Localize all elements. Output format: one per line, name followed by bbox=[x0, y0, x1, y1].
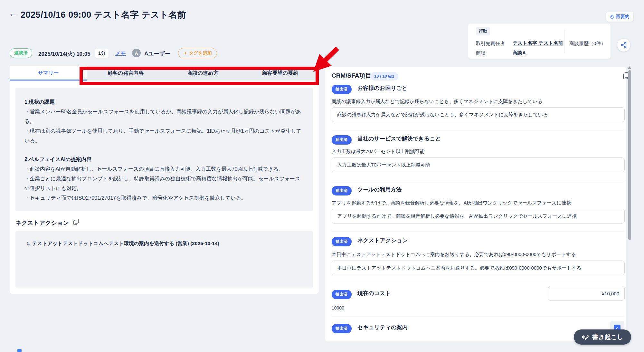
deal-link[interactable]: 商談A bbox=[513, 50, 526, 56]
crm-field-label: ネクストアクション bbox=[357, 237, 408, 243]
field-divider bbox=[332, 232, 625, 232]
duration-badge: 1分 bbox=[95, 49, 109, 58]
crm-field-description: 商談の議事録入力が属人などで記録が残らないことも、多くマネジメントに支障をきたし… bbox=[332, 99, 543, 105]
summary-bullet: ・商談内容をAIが自動解析し、セールスフォースの項目に直接入力可能。入力工数を最… bbox=[24, 164, 304, 174]
tab-customer-request-summary[interactable]: 顧客要望の要約 bbox=[242, 66, 319, 81]
back-arrow-icon[interactable]: ← bbox=[8, 8, 17, 19]
share-button[interactable] bbox=[617, 39, 630, 52]
share-icon bbox=[620, 42, 627, 48]
extracted-badge: 抽出済 bbox=[332, 186, 352, 195]
resummarize-label: 再要約 bbox=[616, 14, 630, 20]
next-action-card: 1. テストアットテストドットコムへテスト環境の案内を送付する (営業) (20… bbox=[15, 231, 313, 288]
contact-owner-label: 取引先責任者 bbox=[476, 41, 505, 47]
crm-field-label: お客様のお困りごと bbox=[357, 85, 407, 91]
crm-field-label: 当社のサービスで解決できること bbox=[357, 136, 441, 142]
crm-field-label: セキュリティの案内 bbox=[357, 324, 408, 330]
record-type-tag: 行動 bbox=[476, 27, 490, 35]
crm-cost-input[interactable] bbox=[548, 286, 625, 301]
deal-history-label[interactable]: 商談履歴（0件） bbox=[569, 41, 606, 47]
crm-field-label: ツールの利用方法 bbox=[357, 186, 402, 193]
crm-field-label: 現在のコスト bbox=[357, 290, 391, 296]
copy-icon[interactable] bbox=[73, 219, 78, 224]
crm-field-count: 10 / 10 bbox=[374, 74, 387, 79]
page-title: 2025/10/16 09:00 テスト名字 テスト名前 bbox=[21, 9, 186, 21]
summary-bullet: ・企業ごとに最適な抽出プロンプトを設計し、特許取得済みの独自技術で高精度な情報抽… bbox=[24, 174, 304, 193]
transcribe-label: 書き起こし bbox=[592, 333, 623, 341]
summary-section-heading: 2.ベルフェイスAIの提案内容 bbox=[24, 155, 304, 164]
crm-field-count-badge: 10 / 10項目 bbox=[370, 72, 398, 81]
user-name: Aユーザー bbox=[144, 50, 170, 57]
transcribe-button[interactable]: 書き起こし bbox=[574, 329, 631, 345]
field-divider bbox=[332, 130, 625, 130]
crm-field-input[interactable] bbox=[332, 209, 625, 224]
extracted-badge: 抽出済 bbox=[332, 85, 352, 94]
add-tag-button[interactable]: ＋ タグを追加 bbox=[178, 48, 217, 58]
user-avatar: A bbox=[132, 49, 141, 57]
tab-bar: サマリー 顧客の発言内容 商談の進め方 顧客要望の要約 bbox=[10, 66, 319, 81]
partial-widget bbox=[17, 349, 22, 352]
crm-field-description: 入力工数は最大70パーセント以上削減可能 bbox=[332, 148, 424, 155]
crm-field-count-unit: 項目 bbox=[388, 75, 394, 78]
contact-owner-link[interactable]: テスト名字 テスト名前 bbox=[513, 40, 563, 46]
summary-bullet: ・営業メンバー50名全員がセールスフォースを使用しているが、商談議事録の入力が属… bbox=[24, 107, 304, 126]
next-action-heading: ネクストアクション bbox=[15, 219, 69, 227]
next-action-item: 1. テストアットテストドットコムへテスト環境の案内を送付する (営業) (20… bbox=[26, 240, 302, 247]
tab-summary[interactable]: サマリー bbox=[10, 66, 87, 81]
crm-panel-title: CRM/SFA項目 bbox=[332, 71, 372, 80]
summary-bullet: ・現在は別の議事録ツールを使用しており、手動でセールスフォースに転記。1IDあた… bbox=[24, 126, 304, 146]
tab-meeting-progress[interactable]: 商談の進め方 bbox=[164, 66, 242, 81]
extracted-badge: 抽出済 bbox=[332, 290, 352, 299]
refresh-icon: ⟳ bbox=[609, 14, 615, 19]
scrollbar-thumb[interactable] bbox=[628, 70, 631, 240]
crm-field-description: アプリを起動するだけで、商談を録音解析し必要な情報を、AIが抽出ワンクリックでセ… bbox=[332, 200, 571, 206]
crm-field-input[interactable] bbox=[332, 157, 625, 172]
summary-card: 1.現状の課題 ・営業メンバー50名全員がセールスフォースを使用しているが、商談… bbox=[15, 88, 313, 211]
extracted-badge: 抽出済 bbox=[332, 324, 352, 333]
meeting-datetime: 2025/10/14(火) 10:05 bbox=[38, 50, 90, 58]
crm-field-description: 本日中にテストアットテストドットコムへご案内をお送りする。必要であれば090-0… bbox=[332, 252, 576, 258]
field-divider bbox=[332, 317, 625, 317]
field-divider bbox=[332, 281, 625, 281]
memo-link[interactable]: メモ bbox=[115, 50, 126, 57]
summary-section-heading: 1.現状の課題 bbox=[24, 97, 304, 107]
crm-field-input[interactable] bbox=[332, 107, 625, 122]
tab-customer-statements[interactable]: 顧客の発言内容 bbox=[87, 66, 164, 81]
deal-label: 商談 bbox=[476, 50, 486, 56]
crm-cost-raw-value: 10000 bbox=[332, 305, 344, 310]
record-card-divider bbox=[564, 30, 564, 53]
crm-field-input[interactable] bbox=[332, 261, 625, 275]
sync-status-badge: 連携済 bbox=[10, 48, 32, 58]
extracted-badge: 抽出済 bbox=[332, 135, 352, 145]
resummarize-button[interactable]: ⟳ 再要約 bbox=[606, 12, 633, 22]
field-divider bbox=[332, 181, 625, 181]
summary-bullet: ・セキュリティ面ではISO27001/27017を取得済みで、暗号化やアクセス制… bbox=[24, 193, 304, 203]
extracted-badge: 抽出済 bbox=[332, 237, 352, 246]
transcribe-pen-icon bbox=[582, 333, 589, 341]
scrollbar-up-arrow[interactable] bbox=[628, 66, 631, 69]
